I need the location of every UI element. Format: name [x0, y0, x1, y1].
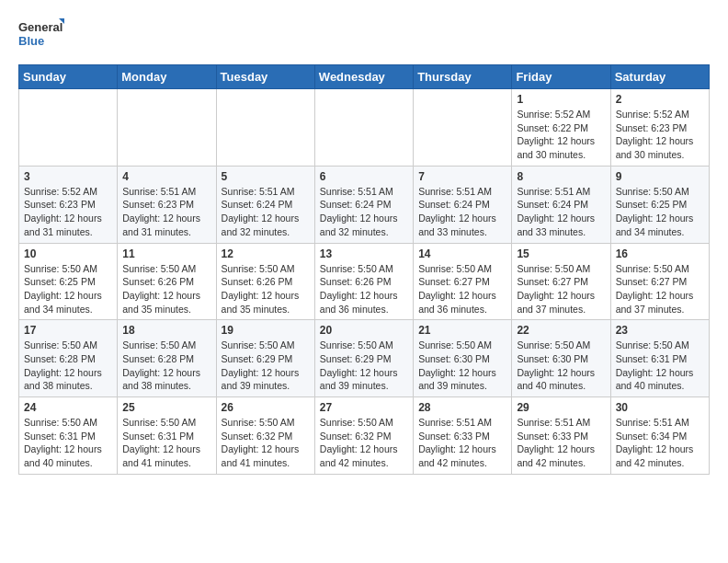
- day-number: 3: [24, 170, 112, 183]
- day-info: Sunrise: 5:50 AM Sunset: 6:32 PM Dayligh…: [320, 416, 408, 470]
- calendar-day-cell: 30Sunrise: 5:51 AM Sunset: 6:34 PM Dayli…: [610, 397, 709, 475]
- page: General Blue SundayMondayTuesdayWednesda…: [0, 0, 728, 491]
- calendar-day-cell: 12Sunrise: 5:50 AM Sunset: 6:26 PM Dayli…: [216, 243, 314, 320]
- day-info: Sunrise: 5:51 AM Sunset: 6:24 PM Dayligh…: [517, 185, 605, 239]
- calendar-week-row: 17Sunrise: 5:50 AM Sunset: 6:28 PM Dayli…: [19, 320, 710, 397]
- calendar-day-cell: [314, 89, 413, 167]
- calendar-day-cell: 21Sunrise: 5:50 AM Sunset: 6:30 PM Dayli…: [414, 320, 512, 397]
- day-info: Sunrise: 5:50 AM Sunset: 6:26 PM Dayligh…: [222, 262, 310, 316]
- day-number: 25: [122, 401, 210, 414]
- day-info: Sunrise: 5:50 AM Sunset: 6:27 PM Dayligh…: [418, 262, 506, 316]
- day-number: 14: [418, 247, 506, 260]
- day-number: 6: [320, 170, 408, 183]
- day-info: Sunrise: 5:51 AM Sunset: 6:23 PM Dayligh…: [122, 185, 210, 239]
- calendar-day-cell: 20Sunrise: 5:50 AM Sunset: 6:29 PM Dayli…: [314, 320, 413, 397]
- calendar-day-cell: 28Sunrise: 5:51 AM Sunset: 6:33 PM Dayli…: [414, 397, 512, 475]
- day-of-week-header: Sunday: [19, 65, 118, 89]
- calendar-day-cell: 5Sunrise: 5:51 AM Sunset: 6:24 PM Daylig…: [216, 166, 314, 243]
- day-info: Sunrise: 5:50 AM Sunset: 6:32 PM Dayligh…: [222, 416, 310, 470]
- calendar-week-row: 24Sunrise: 5:50 AM Sunset: 6:31 PM Dayli…: [19, 397, 710, 475]
- calendar-day-cell: 11Sunrise: 5:50 AM Sunset: 6:26 PM Dayli…: [118, 243, 216, 320]
- calendar-day-cell: 1Sunrise: 5:52 AM Sunset: 6:22 PM Daylig…: [512, 89, 610, 167]
- day-info: Sunrise: 5:50 AM Sunset: 6:26 PM Dayligh…: [320, 262, 408, 316]
- calendar-day-cell: 9Sunrise: 5:50 AM Sunset: 6:25 PM Daylig…: [610, 166, 709, 243]
- day-number: 5: [222, 170, 310, 183]
- calendar-day-cell: 10Sunrise: 5:50 AM Sunset: 6:25 PM Dayli…: [19, 243, 118, 320]
- day-number: 4: [122, 170, 210, 183]
- calendar-table: SundayMondayTuesdayWednesdayThursdayFrid…: [18, 64, 710, 475]
- calendar-day-cell: 8Sunrise: 5:51 AM Sunset: 6:24 PM Daylig…: [512, 166, 610, 243]
- day-info: Sunrise: 5:51 AM Sunset: 6:33 PM Dayligh…: [517, 416, 605, 470]
- day-number: 24: [24, 401, 112, 414]
- day-info: Sunrise: 5:51 AM Sunset: 6:33 PM Dayligh…: [418, 416, 506, 470]
- day-info: Sunrise: 5:50 AM Sunset: 6:27 PM Dayligh…: [517, 262, 605, 316]
- day-of-week-header: Wednesday: [314, 65, 413, 89]
- calendar-day-cell: 7Sunrise: 5:51 AM Sunset: 6:24 PM Daylig…: [414, 166, 512, 243]
- calendar-day-cell: 29Sunrise: 5:51 AM Sunset: 6:33 PM Dayli…: [512, 397, 610, 475]
- day-info: Sunrise: 5:50 AM Sunset: 6:25 PM Dayligh…: [24, 262, 112, 316]
- day-number: 11: [122, 247, 210, 260]
- day-number: 8: [517, 170, 605, 183]
- day-number: 22: [517, 324, 605, 337]
- day-info: Sunrise: 5:52 AM Sunset: 6:23 PM Dayligh…: [616, 108, 704, 162]
- day-number: 1: [517, 93, 605, 106]
- day-info: Sunrise: 5:50 AM Sunset: 6:31 PM Dayligh…: [24, 416, 112, 470]
- calendar-day-cell: [216, 89, 314, 167]
- calendar-day-cell: 15Sunrise: 5:50 AM Sunset: 6:27 PM Dayli…: [512, 243, 610, 320]
- day-info: Sunrise: 5:50 AM Sunset: 6:28 PM Dayligh…: [24, 339, 112, 393]
- calendar-day-cell: 23Sunrise: 5:50 AM Sunset: 6:31 PM Dayli…: [610, 320, 709, 397]
- calendar-day-cell: 4Sunrise: 5:51 AM Sunset: 6:23 PM Daylig…: [118, 166, 216, 243]
- day-info: Sunrise: 5:52 AM Sunset: 6:23 PM Dayligh…: [24, 185, 112, 239]
- day-number: 16: [616, 247, 704, 260]
- calendar-week-row: 1Sunrise: 5:52 AM Sunset: 6:22 PM Daylig…: [19, 89, 710, 167]
- calendar-day-cell: [19, 89, 118, 167]
- day-info: Sunrise: 5:50 AM Sunset: 6:26 PM Dayligh…: [122, 262, 210, 316]
- day-info: Sunrise: 5:50 AM Sunset: 6:27 PM Dayligh…: [616, 262, 704, 316]
- day-number: 30: [616, 401, 704, 414]
- calendar-day-cell: 14Sunrise: 5:50 AM Sunset: 6:27 PM Dayli…: [414, 243, 512, 320]
- calendar-day-cell: [118, 89, 216, 167]
- day-number: 17: [24, 324, 112, 337]
- calendar-day-cell: 2Sunrise: 5:52 AM Sunset: 6:23 PM Daylig…: [610, 89, 709, 167]
- calendar-day-cell: 18Sunrise: 5:50 AM Sunset: 6:28 PM Dayli…: [118, 320, 216, 397]
- calendar-day-cell: 17Sunrise: 5:50 AM Sunset: 6:28 PM Dayli…: [19, 320, 118, 397]
- day-number: 20: [320, 324, 408, 337]
- svg-text:General: General: [18, 20, 63, 34]
- calendar-day-cell: 22Sunrise: 5:50 AM Sunset: 6:30 PM Dayli…: [512, 320, 610, 397]
- logo-svg: General Blue: [18, 17, 64, 53]
- calendar-day-cell: 13Sunrise: 5:50 AM Sunset: 6:26 PM Dayli…: [314, 243, 413, 320]
- day-number: 18: [122, 324, 210, 337]
- day-number: 19: [222, 324, 310, 337]
- day-info: Sunrise: 5:50 AM Sunset: 6:29 PM Dayligh…: [222, 339, 310, 393]
- calendar-day-cell: 3Sunrise: 5:52 AM Sunset: 6:23 PM Daylig…: [19, 166, 118, 243]
- day-number: 29: [517, 401, 605, 414]
- day-info: Sunrise: 5:50 AM Sunset: 6:31 PM Dayligh…: [616, 339, 704, 393]
- day-info: Sunrise: 5:50 AM Sunset: 6:30 PM Dayligh…: [418, 339, 506, 393]
- day-number: 23: [616, 324, 704, 337]
- day-of-week-header: Tuesday: [216, 65, 314, 89]
- day-number: 13: [320, 247, 408, 260]
- day-number: 9: [616, 170, 704, 183]
- header: General Blue: [18, 17, 710, 53]
- day-info: Sunrise: 5:50 AM Sunset: 6:30 PM Dayligh…: [517, 339, 605, 393]
- day-info: Sunrise: 5:50 AM Sunset: 6:29 PM Dayligh…: [320, 339, 408, 393]
- calendar-day-cell: 26Sunrise: 5:50 AM Sunset: 6:32 PM Dayli…: [216, 397, 314, 475]
- day-number: 26: [222, 401, 310, 414]
- day-number: 7: [418, 170, 506, 183]
- calendar-day-cell: 19Sunrise: 5:50 AM Sunset: 6:29 PM Dayli…: [216, 320, 314, 397]
- day-info: Sunrise: 5:51 AM Sunset: 6:24 PM Dayligh…: [320, 185, 408, 239]
- calendar-day-cell: 27Sunrise: 5:50 AM Sunset: 6:32 PM Dayli…: [314, 397, 413, 475]
- day-number: 2: [616, 93, 704, 106]
- day-info: Sunrise: 5:50 AM Sunset: 6:28 PM Dayligh…: [122, 339, 210, 393]
- day-info: Sunrise: 5:51 AM Sunset: 6:24 PM Dayligh…: [418, 185, 506, 239]
- day-of-week-header: Friday: [512, 65, 610, 89]
- day-number: 27: [320, 401, 408, 414]
- svg-text:Blue: Blue: [18, 34, 44, 48]
- calendar-week-row: 3Sunrise: 5:52 AM Sunset: 6:23 PM Daylig…: [19, 166, 710, 243]
- calendar-header-row: SundayMondayTuesdayWednesdayThursdayFrid…: [19, 65, 710, 89]
- logo: General Blue: [18, 17, 64, 53]
- calendar-day-cell: 25Sunrise: 5:50 AM Sunset: 6:31 PM Dayli…: [118, 397, 216, 475]
- day-info: Sunrise: 5:50 AM Sunset: 6:25 PM Dayligh…: [616, 185, 704, 239]
- calendar-day-cell: [414, 89, 512, 167]
- day-number: 21: [418, 324, 506, 337]
